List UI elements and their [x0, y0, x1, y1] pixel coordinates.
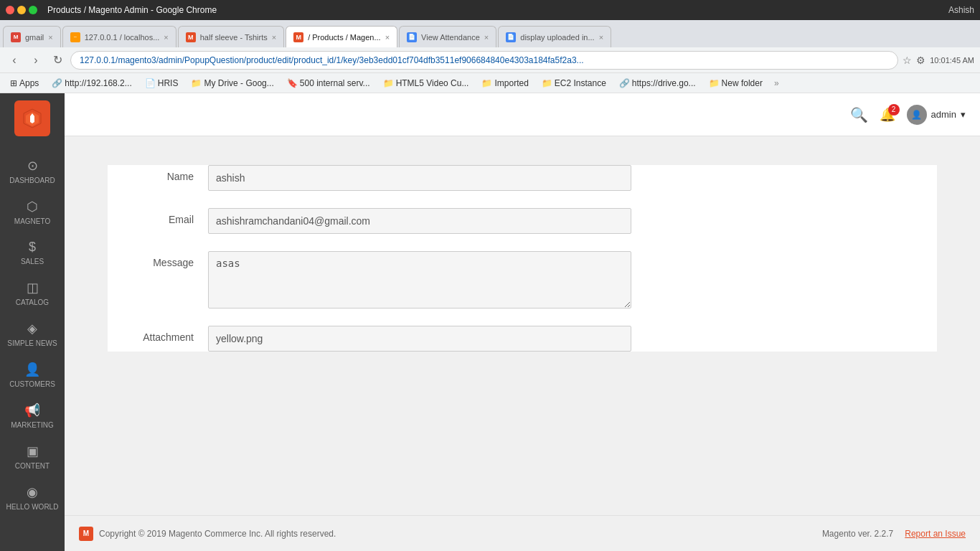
tab-half-sleeve[interactable]: M half sleeve - Tshirts ×	[178, 26, 284, 47]
footer-logo: M Copyright © 2019 Magento Commerce Inc.…	[79, 527, 336, 541]
bookmark-imported[interactable]: 📁 Imported	[477, 77, 532, 90]
attachment-input[interactable]	[208, 326, 631, 352]
name-field-row: Name	[108, 165, 937, 191]
name-label: Name	[108, 165, 194, 182]
extensions-icon[interactable]: ⚙	[916, 55, 925, 66]
tab-close-localhost[interactable]: ×	[164, 33, 168, 42]
app-layout: ⊙ DASHBOARD ⬡ MAGNETO $ SALES ◫ CATALOG …	[0, 93, 980, 551]
customers-icon: 👤	[24, 362, 40, 377]
bookmark-500-icon: 🔖	[287, 78, 298, 88]
sidebar-item-marketing[interactable]: 📢 MARKETING	[0, 395, 65, 436]
maximize-window-icon[interactable]	[29, 6, 37, 14]
sidebar-item-customers[interactable]: 👤 CUSTOMERS	[0, 354, 65, 395]
sidebar-item-catalog[interactable]: ◫ CATALOG	[0, 273, 65, 314]
bookmark-html5[interactable]: 📁 HTML5 Video Cu...	[379, 77, 473, 90]
message-textarea[interactable]: asas	[208, 251, 631, 309]
attachment-label: Attachment	[108, 326, 194, 343]
name-input[interactable]	[208, 165, 631, 191]
tab-close-products[interactable]: ×	[385, 33, 390, 42]
address-icons: ☆ ⚙ 10:01:45 AM	[903, 55, 974, 66]
drive-link-icon: 🔗	[619, 78, 630, 88]
notifications-badge: 2	[888, 104, 900, 116]
bookmarks-bar: ⊞ Apps 🔗 http://192.168.2... 📄 HRIS 📁 My…	[0, 73, 980, 93]
content-area: 🔍 🔔 2 👤 admin ▾ Name	[65, 93, 980, 551]
footer-right: Magento ver. 2.2.7 Report an Issue	[822, 529, 966, 539]
admin-header: 🔍 🔔 2 👤 admin ▾	[65, 93, 980, 136]
footer-magento-icon: M	[79, 527, 93, 541]
email-label: Email	[108, 208, 194, 225]
bookmarks-more-icon[interactable]: »	[774, 78, 779, 88]
admin-avatar: 👤	[907, 105, 927, 125]
magento-logo	[14, 100, 50, 136]
bookmark-ec2[interactable]: 📁 EC2 Instance	[537, 77, 611, 90]
content-icon: ▣	[27, 443, 39, 459]
tab-close-gmail[interactable]: ×	[48, 33, 52, 42]
bookmark-mydrive[interactable]: 📁 My Drive - Goog...	[187, 77, 278, 90]
email-input[interactable]	[208, 208, 631, 234]
tab-close-display[interactable]: ×	[599, 33, 603, 42]
notifications-button[interactable]: 🔔 2	[880, 107, 895, 123]
sidebar-item-dashboard[interactable]: ⊙ DASHBOARD	[0, 151, 65, 192]
sidebar-item-simple-news[interactable]: ◈ SIMPLE NEWS	[0, 314, 65, 354]
apps-icon: ⊞	[10, 78, 17, 88]
sidebar-item-content[interactable]: ▣ CONTENT	[0, 436, 65, 477]
bookmark-500[interactable]: 🔖 500 internal serv...	[283, 77, 374, 90]
minimize-window-icon[interactable]	[17, 6, 26, 14]
forward-button[interactable]: ›	[27, 52, 44, 69]
ec2-icon: 📁	[542, 78, 552, 88]
marketing-icon: 📢	[24, 402, 40, 418]
form-inner: Name Email Message asas Attachment	[108, 165, 937, 352]
sales-icon: $	[29, 240, 36, 255]
browser-titlebar: Products / Magento Admin - Google Chrome…	[0, 0, 980, 20]
browser-user: Ashish	[948, 5, 974, 15]
address-bar: ‹ › ↻ 127.0.0.1/magento3/admin/PopupQues…	[0, 47, 980, 73]
html5-icon: 📁	[383, 78, 394, 88]
refresh-button[interactable]: ↻	[49, 52, 66, 69]
browser-title: Products / Magento Admin - Google Chrome	[47, 5, 217, 15]
tab-close-attendance[interactable]: ×	[484, 33, 489, 42]
link-icon: 🔗	[52, 78, 62, 88]
tab-view-attendance[interactable]: 📄 View Attendance ×	[399, 26, 496, 47]
avatar-icon: 👤	[911, 110, 922, 120]
imported-icon: 📁	[481, 78, 492, 88]
dashboard-icon: ⊙	[27, 158, 38, 174]
tab-display-uploaded[interactable]: 📄 display uploaded in... ×	[498, 26, 611, 47]
url-bar[interactable]: 127.0.0.1/magento3/admin/PopupQuestion/p…	[70, 51, 898, 70]
drive-icon: 📁	[191, 78, 202, 88]
sidebar-item-magneto[interactable]: ⬡ MAGNETO	[0, 192, 65, 232]
catalog-icon: ◫	[27, 280, 39, 296]
bookmark-ip[interactable]: 🔗 http://192.168.2...	[47, 77, 136, 90]
attachment-field-row: Attachment	[108, 326, 937, 352]
sidebar: ⊙ DASHBOARD ⬡ MAGNETO $ SALES ◫ CATALOG …	[0, 93, 65, 551]
sidebar-item-hello-world[interactable]: ◉ HELLO WORLD	[0, 477, 65, 518]
tab-products-magento[interactable]: M / Products / Magen... ×	[286, 26, 397, 47]
tab-localhost[interactable]: ~ 127.0.0.1 / localhos... ×	[62, 26, 176, 47]
magneto-icon: ⬡	[27, 199, 38, 215]
email-field-row: Email	[108, 208, 937, 234]
tab-gmail[interactable]: M gmail ×	[3, 26, 61, 47]
bookmark-drive[interactable]: 🔗 https://drive.go...	[615, 77, 700, 90]
bookmark-apps[interactable]: ⊞ Apps	[6, 77, 43, 90]
search-button[interactable]: 🔍	[850, 106, 868, 123]
admin-user-menu[interactable]: 👤 admin ▾	[907, 105, 966, 125]
doc-icon: 📄	[145, 78, 156, 88]
window-controls	[6, 6, 37, 14]
form-container: Name Email Message asas Attachment	[65, 136, 980, 515]
admin-footer: M Copyright © 2019 Magento Commerce Inc.…	[65, 515, 980, 551]
simple-news-icon: ◈	[27, 321, 37, 336]
bookmark-star-icon[interactable]: ☆	[903, 55, 912, 66]
hello-world-icon: ◉	[27, 484, 38, 500]
tab-close-half-sleeve[interactable]: ×	[272, 33, 276, 42]
tabs-bar: M gmail × ~ 127.0.0.1 / localhos... × M …	[0, 20, 980, 47]
new-folder-icon: 📁	[709, 78, 720, 88]
report-issue-link[interactable]: Report an Issue	[905, 529, 966, 539]
message-label: Message	[108, 251, 194, 268]
close-window-icon[interactable]	[6, 6, 14, 14]
bookmark-new-folder[interactable]: 📁 New folder	[705, 77, 767, 90]
bookmark-hris[interactable]: 📄 HRIS	[141, 77, 183, 90]
sidebar-item-sales[interactable]: $ SALES	[0, 232, 65, 273]
message-field-row: Message asas	[108, 251, 937, 309]
back-button[interactable]: ‹	[6, 52, 23, 69]
